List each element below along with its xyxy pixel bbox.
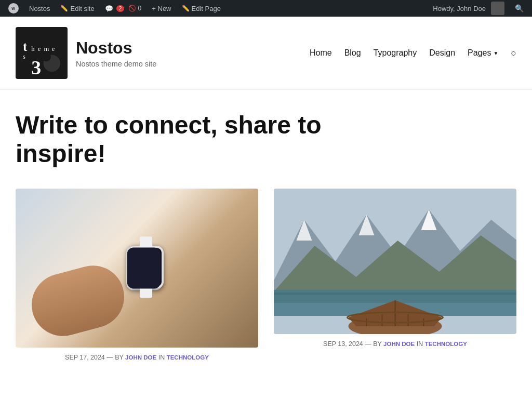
- post-meta-1: SEP 17, 2024 — BY JOHN DOE IN TECHNOLOGY: [16, 354, 258, 361]
- comments-count: 2: [116, 5, 125, 12]
- post-author-1[interactable]: JOHN DOE: [125, 354, 156, 361]
- edit-page-label: Edit Page: [192, 5, 221, 12]
- nav-typography[interactable]: Typography: [374, 48, 417, 58]
- post-meta-2: SEP 13, 2024 — BY JOHN DOE IN TECHNOLOGY: [274, 340, 516, 348]
- admin-search-icon: 🔍: [515, 4, 524, 12]
- post-thumbnail-2[interactable]: [274, 189, 516, 334]
- site-nav: Home Blog Typography Design Pages ▼ ○: [310, 48, 516, 59]
- posts-grid: 4:41 ⊙ ⊙ ⊙ 19° SEP 17, 2024 — BY: [16, 189, 516, 348]
- svg-text:s: s: [23, 53, 25, 60]
- post-category-2[interactable]: TECHNOLOGY: [425, 341, 467, 347]
- watch-screen: 4:41 ⊙ ⊙ ⊙ 19°: [130, 248, 162, 287]
- comments-zero: 🚫 0: [128, 5, 141, 12]
- post-separator-2: — BY: [365, 340, 383, 348]
- mountain-svg: [274, 189, 516, 334]
- edit-site-label: Edit site: [70, 5, 94, 12]
- post-separator-1: — BY: [107, 354, 125, 361]
- nav-pages-label: Pages: [468, 48, 491, 58]
- watch-body: 4:41 ⊙ ⊙ ⊙ 19°: [128, 246, 164, 289]
- svg-text:3: 3: [31, 57, 41, 77]
- admin-bar: W Nostos ✏️ Edit site 💬 2 🚫 0 + New ✏️ E…: [0, 0, 532, 17]
- edit-page-item[interactable]: ✏️ Edit Page: [178, 0, 225, 17]
- comments-icon: 💬: [105, 5, 113, 12]
- post-date-1: SEP 17, 2024: [65, 354, 105, 361]
- svg-text:e: e: [52, 45, 55, 52]
- svg-text:W: W: [11, 7, 15, 10]
- site-tagline: Nostos theme demo site: [76, 60, 156, 68]
- watch-strap-top: [140, 237, 152, 247]
- howdy-item[interactable]: Howdy, John Doe: [429, 0, 509, 17]
- wp-logo-icon: W: [8, 3, 19, 14]
- post-category-1[interactable]: TECHNOLOGY: [167, 354, 209, 361]
- svg-point-11: [42, 52, 51, 61]
- svg-text:t: t: [23, 39, 28, 54]
- new-item[interactable]: + New: [148, 0, 175, 17]
- site-branding: t h e m e s 3 Nostos: [16, 27, 156, 79]
- nav-design[interactable]: Design: [429, 48, 455, 58]
- svg-text:e: e: [38, 45, 41, 52]
- wp-logo-item[interactable]: W: [4, 0, 23, 17]
- user-avatar: [491, 2, 504, 15]
- logo-svg: t h e m e s 3: [16, 27, 68, 79]
- hero-heading: Write to connect, share to inspire!: [16, 111, 327, 168]
- post-in-1: IN: [158, 354, 167, 361]
- watch-display: 4:41 ⊙ ⊙ ⊙ 19°: [138, 257, 153, 278]
- post-in-2: IN: [417, 340, 425, 348]
- watch-strap-bottom: [140, 288, 152, 298]
- post-card-1: 4:41 ⊙ ⊙ ⊙ 19° SEP 17, 2024 — BY: [16, 189, 258, 348]
- nav-home[interactable]: Home: [310, 48, 332, 58]
- arm-bg: [25, 259, 131, 343]
- nav-search-icon[interactable]: ○: [511, 48, 516, 59]
- post-author-2[interactable]: JOHN DOE: [383, 341, 415, 347]
- admin-site-name-label: Nostos: [29, 5, 50, 12]
- edit-icon: ✏️: [60, 5, 68, 12]
- site-title-group: Nostos Nostos theme demo site: [76, 38, 156, 68]
- post-card-2: SEP 13, 2024 — BY JOHN DOE IN TECHNOLOGY: [274, 189, 516, 348]
- site-wrapper: t h e m e s 3 Nostos: [0, 17, 532, 368]
- nav-blog[interactable]: Blog: [344, 48, 361, 58]
- howdy-label: Howdy, John Doe: [433, 5, 486, 12]
- svg-text:h: h: [31, 45, 35, 52]
- site-title[interactable]: Nostos: [76, 38, 156, 58]
- comments-item[interactable]: 💬 2 🚫 0: [101, 0, 146, 17]
- chevron-down-icon: ▼: [493, 50, 498, 56]
- svg-text:m: m: [44, 45, 49, 52]
- site-logo[interactable]: t h e m e s 3: [16, 27, 68, 79]
- edit-site-item[interactable]: ✏️ Edit site: [56, 0, 98, 17]
- svg-rect-19: [274, 292, 516, 295]
- nav-pages[interactable]: Pages ▼: [468, 48, 498, 58]
- post-date-2: SEP 13, 2024: [323, 340, 363, 348]
- edit-page-icon: ✏️: [182, 5, 190, 12]
- new-label: + New: [152, 5, 171, 12]
- admin-search-item[interactable]: 🔍: [511, 0, 528, 17]
- post-thumbnail-1[interactable]: 4:41 ⊙ ⊙ ⊙ 19°: [16, 189, 258, 348]
- site-header: t h e m e s 3 Nostos: [0, 17, 532, 90]
- admin-site-name[interactable]: Nostos: [25, 0, 54, 17]
- site-main: Write to connect, share to inspire! 4:41…: [0, 90, 532, 368]
